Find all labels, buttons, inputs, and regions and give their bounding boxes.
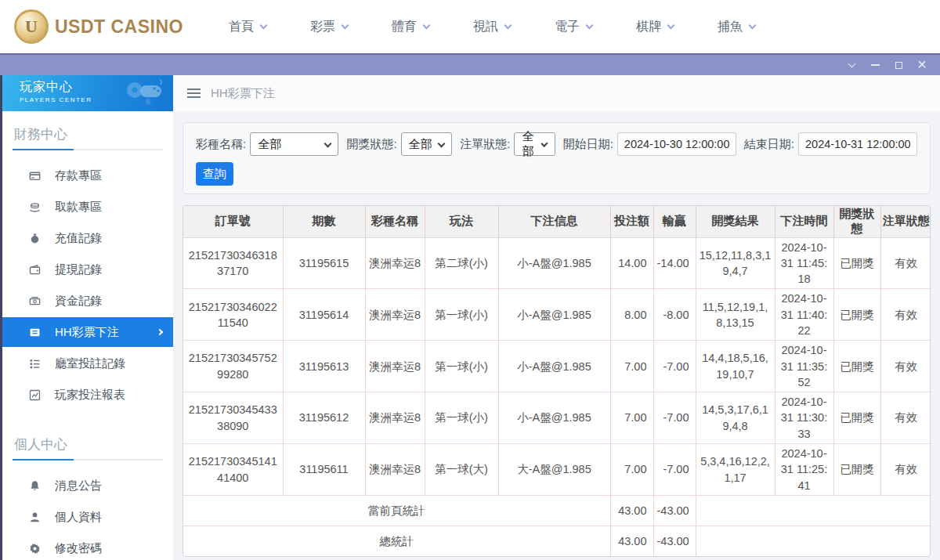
column-header: 彩種名稱 [365, 206, 425, 237]
sidebar-item[interactable]: 存款專區 [2, 160, 173, 191]
sidebar-section: 個人中心消息公告個人資料修改密碼 [2, 421, 173, 560]
sidebar-item[interactable]: 廳室投註記錄 [2, 348, 173, 379]
nav-item-label: 棋牌 [636, 19, 661, 35]
sidebar-sections: 財務中心存款專區取款專區充值記錄提現記錄資金記錄HH彩票下注廳室投註記錄玩家投注… [2, 111, 173, 560]
column-header: 下注信息 [498, 206, 610, 237]
lottery-name-select[interactable]: 全部 [250, 132, 338, 156]
page-title: HH彩票下注 [211, 86, 275, 101]
column-header: 訂單號 [183, 206, 283, 237]
sidebar-item-list: 消息公告個人資料修改密碼 [2, 461, 173, 560]
table-cell: 2024-10-31 11:25:41 [775, 444, 833, 496]
table-cell: 澳洲幸运8 [365, 392, 425, 444]
summary-cell: 43.00 [610, 495, 653, 526]
summary-cell: -43.00 [653, 526, 696, 556]
sidebar-item-label: 存款專區 [55, 168, 102, 183]
sidebar-item-label: 消息公告 [55, 479, 102, 493]
sidebar-item[interactable]: 提現記錄 [2, 254, 173, 285]
app-window: U USDT CASINO 首頁彩票體育視訊電子棋牌捕魚 ✕ 玩家中心 PLAY… [0, 0, 940, 560]
sidebar-item-label: 個人資料 [55, 510, 102, 525]
summary-cell [696, 495, 931, 526]
sidebar: 玩家中心 PLAYERS CENTER 財務中心存款專區取款專區充值記錄提現記錄… [2, 75, 173, 560]
table-cell: -7.00 [653, 392, 696, 444]
maximize-icon [895, 62, 902, 69]
logo-text: USDT CASINO [55, 16, 183, 38]
filter-panel: 彩種名稱: 全部 開獎狀態: 全部 注單狀態: 全部 [183, 122, 931, 194]
table-cell: 31195612 [283, 392, 365, 444]
order-status-select[interactable]: 全部 [514, 132, 555, 156]
table-row: 215217303460221154031195614澳洲幸运8第一球(小)小-… [183, 289, 931, 341]
logo-letter: U [25, 16, 38, 37]
summary-row: 當前頁統計43.00-43.00 [183, 495, 931, 526]
table-row: 215217303463183717031195615澳洲幸运8第二球(小)小-… [183, 237, 931, 289]
table-cell: 第二球(小) [425, 237, 498, 289]
sidebar-item[interactable]: 修改密碼 [2, 533, 173, 560]
chevron-down-icon [438, 139, 446, 147]
bets-table: 訂單號期數彩種名稱玩法下注信息投注額輸贏開獎結果下注時間開獎狀態注單狀態 215… [183, 206, 931, 556]
table-row: 215217303457529928031195613澳洲幸运8第一球(小)小-… [183, 341, 931, 392]
table-cell: 31195611 [283, 444, 365, 496]
start-date-input[interactable] [617, 132, 736, 156]
table-header-row: 訂單號期數彩種名稱玩法下注信息投注額輸贏開獎結果下注時間開獎狀態注單狀態 [183, 206, 931, 237]
sidebar-item-label: 資金記錄 [55, 294, 102, 309]
hamburger-icon[interactable] [187, 89, 201, 99]
table-cell: 已開獎 [833, 444, 880, 496]
nav-item[interactable]: 彩票 [310, 19, 348, 35]
table-cell: 已開獎 [833, 289, 880, 341]
table-cell: 31195613 [283, 341, 365, 392]
table-cell: 小-A盤@1.985 [498, 392, 610, 444]
nav-item[interactable]: 視訊 [473, 19, 511, 35]
window-dropdown-button[interactable] [840, 56, 863, 74]
table-cell: 2152173034575299280 [183, 341, 283, 392]
nav-item[interactable]: 體育 [392, 19, 429, 35]
table-cell: 2024-10-31 11:45:18 [775, 237, 833, 289]
sidebar-item[interactable]: 玩家投注報表 [2, 379, 173, 410]
table-row: 215217303454333809031195612澳洲幸运8第一球(小)小-… [183, 392, 931, 444]
draw-status-value: 全部 [409, 137, 432, 152]
table-cell: 第一球(小) [425, 289, 498, 341]
window-close-button[interactable]: ✕ [910, 56, 934, 74]
table-cell: 31195615 [283, 237, 365, 289]
chevron-down-icon [749, 22, 757, 30]
draw-status-select[interactable]: 全部 [401, 132, 453, 156]
window-maximize-button[interactable] [887, 56, 910, 74]
sidebar-item-label: 充值記錄 [55, 231, 102, 246]
order-status-label: 注單狀態: [460, 137, 510, 152]
table-cell: 14,5,3,17,6,19,4,8 [696, 392, 775, 444]
sidebar-item[interactable]: 個人資料 [2, 501, 173, 533]
end-date-input[interactable] [798, 132, 917, 156]
table-cell: 有效 [880, 237, 931, 289]
search-button[interactable]: 查詢 [196, 162, 233, 186]
table-cell: 第一球(小) [425, 341, 498, 392]
lottery-name-value: 全部 [258, 137, 281, 152]
table-cell: 有效 [880, 444, 931, 496]
nav-item[interactable]: 首頁 [229, 19, 266, 35]
nav-item[interactable]: 捕魚 [718, 19, 755, 35]
card-icon [29, 170, 41, 182]
table-cell: 5,3,4,16,12,2,1,17 [696, 444, 775, 496]
table-cell: 已開獎 [833, 237, 880, 289]
table-cell: 有效 [880, 392, 931, 444]
sidebar-item[interactable]: 取款專區 [2, 191, 173, 222]
table-cell: 31195614 [283, 289, 365, 341]
window-minimize-button[interactable] [863, 56, 887, 74]
lottery-name-label: 彩種名稱: [196, 137, 246, 152]
sidebar-item-label: HH彩票下注 [55, 325, 119, 340]
nav-item[interactable]: 電子 [555, 19, 592, 35]
draw-status-label: 開獎狀態: [346, 137, 396, 152]
summary-cell: 43.00 [610, 526, 653, 556]
logo[interactable]: U USDT CASINO [14, 9, 183, 44]
sidebar-item[interactable]: HH彩票下注 [2, 317, 173, 347]
bell-icon [29, 480, 41, 492]
app-body: 玩家中心 PLAYERS CENTER 財務中心存款專區取款專區充值記錄提現記錄… [0, 75, 940, 560]
sidebar-section: 財務中心存款專區取款專區充值記錄提現記錄資金記錄HH彩票下注廳室投註記錄玩家投注… [2, 111, 173, 410]
ticket-icon [29, 327, 41, 338]
column-header: 期數 [283, 206, 365, 237]
chevron-down-icon [342, 22, 349, 30]
summary-cell: -43.00 [653, 495, 696, 526]
column-header: 輸贏 [653, 206, 696, 237]
section-divider [13, 459, 163, 461]
sidebar-item[interactable]: 資金記錄 [2, 285, 173, 316]
sidebar-item[interactable]: 消息公告 [2, 470, 173, 501]
sidebar-item[interactable]: 充值記錄 [2, 222, 173, 254]
nav-item[interactable]: 棋牌 [636, 19, 674, 35]
